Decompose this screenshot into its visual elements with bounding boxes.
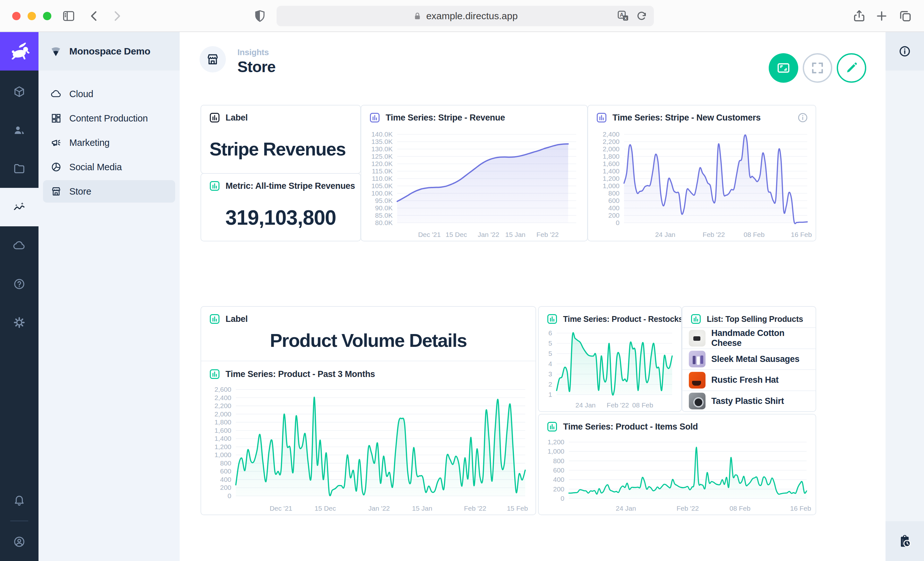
chart-panel-stripe-revenue[interactable]: Time Series: Stripe - Revenue 140.0K135.… [361, 105, 588, 241]
svg-text:200: 200 [608, 212, 620, 219]
tab-overview-icon[interactable] [898, 9, 912, 23]
label-panel-stripe-revenues[interactable]: Label Stripe Revenues [201, 105, 361, 174]
svg-text:16 Feb: 16 Feb [790, 504, 811, 512]
svg-text:2: 2 [548, 380, 552, 388]
label-title: Stripe Revenues [201, 125, 360, 173]
project-switcher[interactable]: Monospace Demo [39, 32, 180, 70]
svg-text:24 Jan: 24 Jan [575, 401, 596, 409]
panel-header-label: List: Top Selling Products [707, 314, 803, 324]
module-help-icon[interactable] [0, 265, 39, 303]
svg-text:Feb '22: Feb '22 [676, 504, 699, 512]
forward-button[interactable] [110, 9, 124, 23]
module-cloud-icon[interactable] [0, 226, 39, 265]
sidebar-item-marketing[interactable]: Marketing [43, 132, 175, 154]
svg-text:Jan '22: Jan '22 [478, 231, 499, 238]
info-icon[interactable] [797, 112, 808, 123]
svg-text:Feb '22: Feb '22 [703, 231, 725, 238]
share-icon[interactable] [852, 9, 866, 23]
notifications-bell-icon[interactable] [0, 484, 39, 516]
window-controls[interactable] [12, 12, 51, 20]
sidebar-item-label: Social Media [69, 162, 122, 172]
sidebar-item-label: Cloud [69, 89, 93, 99]
module-users-icon[interactable] [0, 111, 39, 150]
dashboard-icon-badge [200, 46, 226, 72]
module-insights-icon[interactable] [0, 188, 39, 226]
svg-text:1,400: 1,400 [603, 168, 620, 175]
svg-text:Feb '22: Feb '22 [464, 504, 486, 512]
sidebar-item-social-media[interactable]: Social Media [43, 156, 175, 178]
metric-panel[interactable]: Metric: All-time Stripe Revenues 319,103… [201, 173, 361, 241]
fit-view-button[interactable] [769, 53, 798, 83]
product-name: Handmade Cotton Cheese [711, 328, 809, 348]
minimize-window-button[interactable] [28, 12, 36, 20]
product-name: Tasty Plastic Shirt [711, 396, 784, 406]
svg-text:1,600: 1,600 [214, 427, 231, 434]
module-settings-icon[interactable] [0, 303, 39, 342]
reload-icon[interactable] [635, 10, 648, 22]
shield-icon[interactable] [253, 9, 267, 23]
svg-text:1,400: 1,400 [214, 435, 231, 442]
list-item[interactable]: Tasty Plastic Shirt [682, 390, 816, 411]
chart-panel-product-restocks[interactable]: Time Series: Product - Restocks 65543212… [538, 306, 682, 412]
product-volume-panel[interactable]: Label Product Volume Details Time Series… [201, 306, 536, 515]
sidebar-item-label: Content Production [69, 113, 148, 124]
sidebar-item-cloud[interactable]: Cloud [43, 83, 175, 105]
panel-type-icon [546, 313, 558, 325]
project-status-icon [50, 45, 62, 58]
list-item[interactable]: Rustic Fresh Hat [682, 369, 816, 390]
svg-text:4: 4 [548, 360, 552, 367]
svg-text:400: 400 [553, 476, 564, 483]
clipboard-clock-icon [898, 534, 912, 548]
svg-text:Dec '21: Dec '21 [418, 231, 441, 238]
svg-text:5: 5 [548, 340, 552, 347]
svg-text:90.0K: 90.0K [375, 204, 393, 212]
chart-panel-stripe-new-customers[interactable]: Time Series: Stripe - New Customers 2,40… [588, 105, 816, 241]
svg-text:1: 1 [548, 391, 552, 398]
panel-type-icon [690, 313, 702, 325]
module-content-icon[interactable] [0, 72, 39, 111]
svg-text:800: 800 [220, 459, 231, 467]
zoom-window-button[interactable] [43, 12, 51, 20]
panel-header-label: Time Series: Product - Items Sold [563, 422, 698, 432]
dashboard-info-button[interactable] [885, 32, 924, 70]
svg-text:600: 600 [553, 467, 564, 474]
user-avatar-icon[interactable] [0, 526, 39, 558]
activity-log-button[interactable] [885, 521, 924, 561]
list-panel-top-selling-products[interactable]: List: Top Selling Products Handmade Cott… [682, 306, 816, 412]
product-thumbnail [689, 393, 705, 409]
svg-text:1,000: 1,000 [548, 447, 564, 455]
sidebar-item-content-production[interactable]: Content Production [43, 107, 175, 130]
project-name: Monospace Demo [69, 46, 150, 57]
svg-text:2,400: 2,400 [603, 130, 620, 138]
svg-text:200: 200 [553, 485, 564, 493]
svg-text:95.0K: 95.0K [375, 197, 393, 204]
svg-text:1,000: 1,000 [603, 182, 620, 190]
back-button[interactable] [87, 9, 101, 23]
stripe-new-customers-chart: 2,4002,2002,0001,8001,6001,4001,2001,000… [588, 126, 816, 241]
sidebar-item-label: Store [69, 186, 91, 197]
chart-panel-product-items-sold[interactable]: Time Series: Product - Items Sold 1,2001… [538, 414, 816, 515]
panel-type-icon [209, 180, 220, 192]
svg-text:0: 0 [616, 219, 620, 226]
svg-text:1,000: 1,000 [214, 451, 231, 458]
sidebar-toggle-icon[interactable] [62, 9, 76, 23]
svg-text:Feb '22: Feb '22 [536, 231, 559, 238]
sidebar-item-store[interactable]: Store [43, 180, 175, 203]
list-item[interactable]: Handmade Cotton Cheese [682, 327, 816, 349]
translate-icon[interactable]: Ax [616, 10, 630, 22]
right-sidebar [885, 32, 924, 561]
fullscreen-button[interactable] [803, 53, 832, 83]
storefront-icon [206, 52, 219, 66]
cloud-icon [51, 88, 62, 99]
project-sidebar: Monospace Demo Cloud Content Production … [39, 32, 180, 561]
new-tab-icon[interactable] [874, 9, 889, 23]
breadcrumb[interactable]: Insights [237, 48, 276, 57]
svg-text:6: 6 [548, 329, 552, 337]
edit-dashboard-button[interactable] [837, 53, 866, 83]
close-window-button[interactable] [12, 12, 21, 20]
address-bar[interactable]: example.directus.app Ax [276, 6, 654, 26]
svg-text:110.0K: 110.0K [372, 175, 393, 182]
module-files-icon[interactable] [0, 150, 39, 188]
list-item[interactable]: Sleek Metal Sausages [682, 349, 816, 370]
directus-logo[interactable] [0, 32, 39, 70]
